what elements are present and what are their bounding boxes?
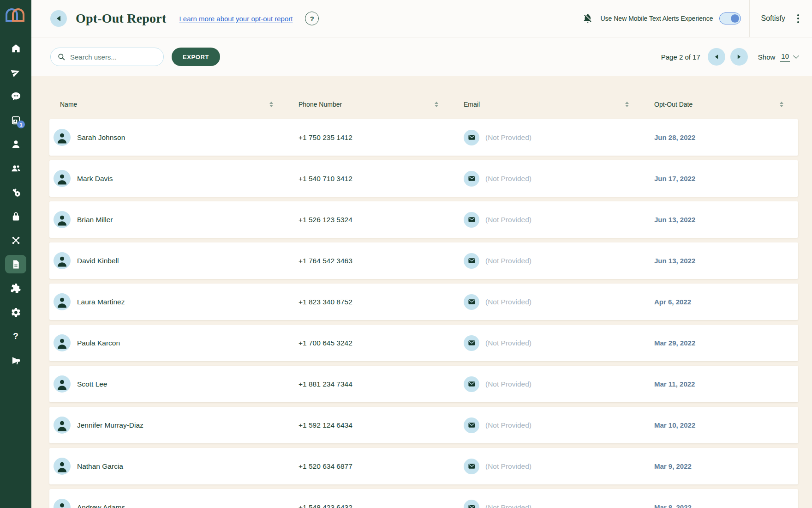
paper-plane-icon <box>11 67 21 78</box>
envelope-icon <box>468 175 476 182</box>
bell-off-icon <box>583 13 593 24</box>
learn-more-link[interactable]: Learn more about your opt-out report <box>179 15 293 23</box>
envelope-icon <box>468 462 476 470</box>
next-page-button[interactable] <box>730 48 748 66</box>
user-silhouette-icon <box>54 458 71 475</box>
table-row[interactable]: Sarah Johnson +1 750 235 1412 (Not Provi… <box>49 119 798 156</box>
avatar <box>54 375 71 393</box>
optout-date-cell: Mar 10, 2022 <box>654 421 798 429</box>
back-button[interactable] <box>50 10 67 27</box>
phone-cell: +1 592 124 6434 <box>299 421 458 429</box>
toggle-knob <box>731 14 739 23</box>
phone-cell: +1 520 634 6877 <box>299 462 458 471</box>
page-indicator: Page 2 of 17 <box>661 53 700 61</box>
name-cell: Sarah Johnson <box>49 129 299 146</box>
export-button[interactable]: EXPORT <box>172 48 220 66</box>
table-row[interactable]: Laura Martinez +1 823 340 8752 (Not Prov… <box>49 284 798 320</box>
email-cell: (Not Provided) <box>458 253 654 269</box>
name-cell: Brian Miller <box>49 211 299 228</box>
sidebar-item-send[interactable] <box>5 63 26 81</box>
email-value: (Not Provided) <box>485 175 531 183</box>
sidebar-item-apps[interactable] <box>5 279 26 297</box>
sort-icon-phone[interactable] <box>435 102 438 107</box>
user-name: Jennifer Murray-Diaz <box>77 421 143 429</box>
sidebar-item-chat[interactable] <box>5 87 26 105</box>
avatar <box>54 334 71 351</box>
user-silhouette-icon <box>54 252 71 269</box>
table-row[interactable]: Paula Karcon +1 700 645 3242 (Not Provid… <box>49 325 798 361</box>
sidebar-item-settings[interactable] <box>5 303 26 321</box>
envelope-icon <box>468 133 476 141</box>
sort-icon-email[interactable] <box>625 102 629 107</box>
email-icon-circle <box>464 500 479 508</box>
page-title: Opt-Out Report <box>76 11 166 26</box>
sidebar-item-integrations[interactable] <box>5 231 26 249</box>
integrations-icon <box>11 235 21 246</box>
name-cell: David Kinbell <box>49 252 299 269</box>
sidebar-item-announcements[interactable] <box>5 351 26 369</box>
home-icon <box>11 43 21 54</box>
sidebar-item-user[interactable] <box>5 135 26 153</box>
sidebar-item-reports[interactable] <box>5 255 26 273</box>
chevron-down-icon <box>793 53 799 59</box>
sidebar: 1 <box>0 0 31 508</box>
name-cell: Paula Karcon <box>49 334 299 351</box>
sort-icon-name[interactable] <box>269 102 273 107</box>
sidebar-item-security[interactable] <box>5 207 26 225</box>
table-row[interactable]: Jennifer Murray-Diaz +1 592 124 6434 (No… <box>49 407 798 443</box>
chevron-right-icon <box>738 54 740 59</box>
table-row[interactable]: Nathan Garcia +1 520 634 6877 (Not Provi… <box>49 448 798 484</box>
page-size-value: 10 <box>780 52 790 62</box>
phone-cell: +1 548 423 6432 <box>299 503 458 508</box>
email-value: (Not Provided) <box>485 421 531 429</box>
optout-date-cell: Jun 17, 2022 <box>654 175 798 182</box>
avatar <box>54 417 71 434</box>
email-icon-circle <box>464 376 479 392</box>
sidebar-item-help[interactable]: ? <box>5 327 26 345</box>
name-cell: Mark Davis <box>49 170 299 187</box>
alerts-toggle[interactable] <box>719 12 741 24</box>
email-icon-circle <box>464 294 479 310</box>
chevron-left-icon <box>715 54 718 59</box>
sidebar-item-inbox[interactable]: 1 <box>5 111 26 129</box>
table-header-row: Name Phone Number Email Opt-Out Date <box>49 76 798 119</box>
table-row[interactable]: Brian Miller +1 526 123 5324 (Not Provid… <box>49 201 798 238</box>
email-value: (Not Provided) <box>485 380 531 388</box>
sidebar-item-users[interactable] <box>5 159 26 177</box>
column-header-email: Email <box>458 101 654 108</box>
email-cell: (Not Provided) <box>458 335 654 351</box>
search-input[interactable] <box>70 53 162 61</box>
sidebar-item-home[interactable] <box>5 39 26 57</box>
table-body: Sarah Johnson +1 750 235 1412 (Not Provi… <box>49 119 798 508</box>
email-value: (Not Provided) <box>485 339 531 347</box>
kebab-menu-button[interactable] <box>795 12 801 25</box>
top-bar-right: Use New Mobile Text Alerts Experience So… <box>583 0 812 37</box>
report-table: Name Phone Number Email Opt-Out Date <box>31 76 812 508</box>
user-name: Scott Lee <box>77 380 107 388</box>
avatar <box>54 170 71 187</box>
table-row[interactable]: Mark Davis +1 540 710 3412 (Not Provided… <box>49 160 798 197</box>
user-silhouette-icon <box>54 417 71 434</box>
email-value: (Not Provided) <box>485 298 531 306</box>
page-size-select[interactable]: 10 <box>780 52 798 62</box>
envelope-icon <box>468 257 476 265</box>
user-silhouette-icon <box>54 129 71 146</box>
brand-logo[interactable] <box>5 7 26 23</box>
table-row[interactable]: Scott Lee +1 881 234 7344 (Not Provided)… <box>49 366 798 402</box>
account-name[interactable]: Softisfy <box>761 14 785 23</box>
previous-page-button[interactable] <box>708 48 725 66</box>
sidebar-item-keywords[interactable] <box>5 183 26 201</box>
table-row[interactable]: David Kinbell +1 764 542 3463 (Not Provi… <box>49 242 798 279</box>
optout-date-cell: Mar 9, 2022 <box>654 462 798 470</box>
phone-cell: +1 881 234 7344 <box>299 380 458 388</box>
key-icon <box>11 187 21 198</box>
gear-icon <box>11 307 21 318</box>
notifications-muted-button[interactable] <box>583 13 593 24</box>
help-button[interactable]: ? <box>305 12 319 25</box>
sort-icon-date[interactable] <box>780 102 783 107</box>
table-row[interactable]: Andrew Adams +1 548 423 6432 (Not Provid… <box>49 489 798 508</box>
optout-date-cell: Jun 13, 2022 <box>654 216 798 224</box>
optout-date-cell: Jun 28, 2022 <box>654 133 798 141</box>
phone-cell: +1 526 123 5324 <box>299 216 458 224</box>
envelope-icon <box>468 421 476 429</box>
